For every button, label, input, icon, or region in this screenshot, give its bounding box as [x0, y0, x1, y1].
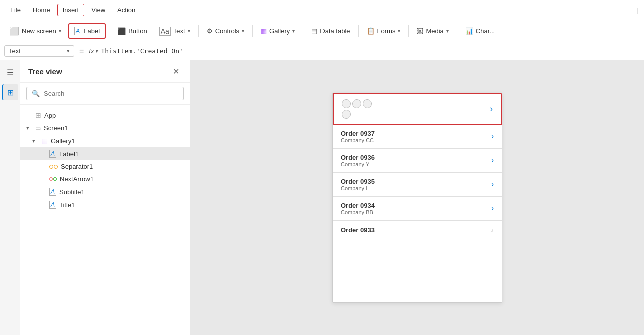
tree-node-title1[interactable]: A Title1 [20, 198, 190, 211]
formula-bar: Text ▾ = fx ▾ ThisItem.'Created On' [0, 42, 644, 60]
data-table-button[interactable]: ▤ Data table [306, 25, 355, 37]
tree-node-subtitle1[interactable]: A Subtitle1 [20, 185, 190, 198]
fx-label: fx ▾ [89, 47, 98, 55]
property-value: Text [9, 47, 21, 55]
button-icon: ⬛ [117, 27, 126, 35]
menu-view[interactable]: View [86, 4, 110, 16]
forms-icon: 📋 [367, 27, 375, 35]
gallery-item-title-1: Order 0937 [341, 130, 491, 137]
charts-button[interactable]: 📊 Char... [460, 25, 500, 37]
gallery-item-3[interactable]: Order 0935 Company I › [333, 173, 502, 197]
gallery-item-0[interactable]: › [333, 93, 502, 125]
tree-node-separator1[interactable]: Separator1 [20, 160, 190, 173]
menu-file[interactable]: File [5, 4, 26, 16]
layers-button[interactable]: ⊞ [2, 84, 18, 100]
screen1-icon: ▭ [35, 125, 41, 132]
app-label: App [44, 112, 56, 119]
gallery-item-arrow-2[interactable]: › [491, 156, 494, 165]
tree-panel: Tree view ✕ 🔍 ⊞ App ▾ ▭ Screen1 [20, 60, 190, 335]
new-screen-button[interactable]: ⬜ New screen ▾ [4, 24, 66, 38]
equals-sign: = [77, 47, 86, 56]
property-dropdown[interactable]: Text ▾ [4, 45, 74, 57]
main-layout: ☰ ⊞ Tree view ✕ 🔍 ⊞ App ▾ [0, 60, 644, 335]
gallery-item-content-3: Order 0935 Company I [341, 178, 491, 191]
new-screen-icon: ⬜ [9, 26, 19, 36]
text-icon: Aa [159, 27, 171, 36]
controls-btn-text: Controls [215, 27, 239, 35]
tree-search-area: 🔍 [20, 83, 190, 105]
label-icon: A [74, 27, 82, 35]
tree-node-gallery1[interactable]: ▾ ▦ Gallery1 [20, 134, 190, 147]
text-chevron-icon: ▾ [188, 28, 190, 34]
formula-expression[interactable]: ThisItem.'Created On' [101, 47, 640, 55]
button-toolbar-btn[interactable]: ⬛ Button [112, 25, 152, 38]
tree-view-title: Tree view [28, 67, 62, 76]
gallery-list: › Order 0937 Company CC › Order 0936 Com… [333, 93, 502, 240]
forms-btn-text: Forms [377, 27, 396, 35]
tree-node-screen1[interactable]: ▾ ▭ Screen1 [20, 122, 190, 134]
tree-node-label1[interactable]: A Label1 [20, 147, 190, 160]
gallery-btn-text: Gallery [269, 27, 290, 35]
gallery-item-arrow-0[interactable]: › [490, 104, 493, 114]
gallery-item-5[interactable]: Order 0933 › [333, 221, 502, 240]
gallery-item-title-4: Order 0934 [341, 202, 491, 209]
gallery-item-arrow-4[interactable]: › [491, 204, 494, 213]
app-icon: ⊞ [35, 111, 41, 119]
title1-icon: A [49, 201, 56, 209]
label1-label: Label1 [59, 150, 79, 158]
toolbar-sep-7 [457, 25, 457, 37]
gallery-item-title-5: Order 0933 [341, 226, 491, 234]
fx-chevron-icon: ▾ [95, 48, 98, 54]
media-chevron-icon: ▾ [446, 28, 449, 34]
gallery-item-arrow-1[interactable]: › [491, 132, 494, 141]
toolbar-sep-1 [109, 25, 109, 37]
controls-chevron-icon: ▾ [242, 28, 244, 34]
search-icon: 🔍 [32, 90, 40, 97]
gallery-chevron-icon: ▾ [292, 28, 295, 34]
media-icon: 🖼 [417, 27, 423, 35]
tree-node-app[interactable]: ⊞ App [20, 109, 190, 122]
menu-home[interactable]: Home [28, 4, 55, 16]
media-button[interactable]: 🖼 Media ▾ [412, 25, 453, 37]
gallery-item-4[interactable]: Order 0934 Company BB › [333, 197, 502, 221]
menu-action[interactable]: Action [112, 4, 140, 16]
property-dropdown-chevron-icon: ▾ [67, 48, 70, 54]
menu-insert[interactable]: Insert [57, 4, 85, 16]
hamburger-menu-button[interactable]: ☰ [2, 64, 18, 80]
gallery-item-1[interactable]: Order 0937 Company CC › [333, 125, 502, 149]
gallery-item-content-5: Order 0933 [341, 226, 491, 234]
gallery-item-content-2: Order 0936 Company Y [341, 154, 491, 167]
tree-node-nextarrow1[interactable]: NextArrow1 [20, 173, 190, 185]
gallery-button[interactable]: ▦ Gallery ▾ [256, 25, 300, 37]
toolbar-sep-3 [252, 25, 253, 37]
screen1-expand-icon: ▾ [26, 125, 32, 131]
button-btn-text: Button [128, 27, 147, 35]
fx-icon: fx [89, 47, 94, 55]
charts-btn-text: Char... [476, 27, 495, 35]
gallery1-expand-icon: ▾ [32, 138, 38, 144]
controls-button[interactable]: ⚙ Controls ▾ [202, 25, 249, 37]
text-toolbar-btn[interactable]: Aa Text ▾ [154, 24, 195, 38]
gallery-item-2[interactable]: Order 0936 Company Y › [333, 149, 502, 173]
canvas-area: › Order 0937 Company CC › Order 0936 Com… [190, 60, 644, 335]
app-frame: › Order 0937 Company CC › Order 0936 Com… [332, 93, 502, 303]
gallery-item-subtitle-2: Company Y [341, 161, 491, 167]
layers-icon: ⊞ [7, 88, 14, 97]
gallery-item-subtitle-3: Company I [341, 185, 491, 191]
gallery-item-arrow-3[interactable]: › [491, 180, 494, 189]
search-input-wrapper[interactable]: 🔍 [26, 87, 184, 100]
data-table-btn-text: Data table [320, 27, 350, 35]
forms-button[interactable]: 📋 Forms ▾ [362, 25, 406, 37]
toolbar-sep-4 [303, 25, 303, 37]
title1-label: Title1 [59, 201, 75, 209]
new-screen-label: New screen [22, 27, 56, 35]
gallery-item-title-2: Order 0936 [341, 154, 491, 161]
nextarrow1-icon [49, 177, 57, 181]
label-button[interactable]: A Label [68, 23, 106, 39]
search-input[interactable] [44, 90, 178, 97]
gallery-item-content-4: Order 0934 Company BB [341, 202, 491, 215]
subtitle1-label: Subtitle1 [59, 188, 85, 196]
controls-icon: ⚙ [207, 27, 213, 35]
gallery-item-subtitle-1: Company CC [341, 137, 491, 143]
tree-close-button[interactable]: ✕ [170, 65, 182, 77]
